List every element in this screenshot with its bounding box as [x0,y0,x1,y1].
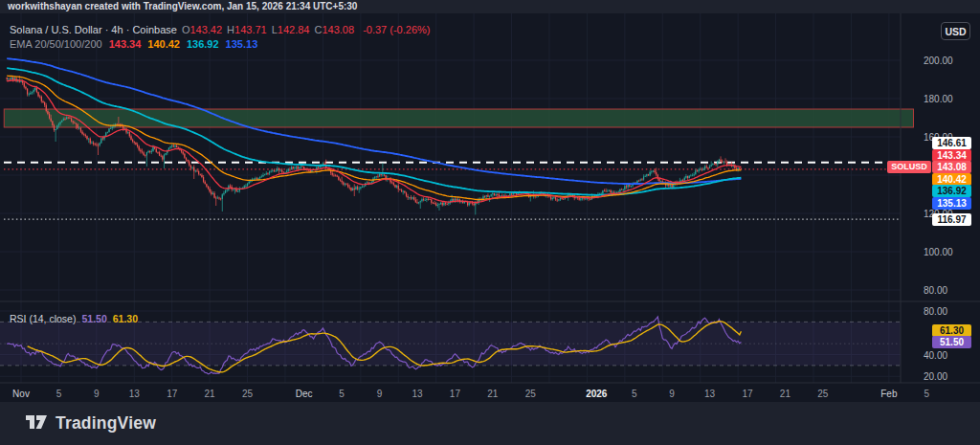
ema-value: 136.92 [187,38,219,50]
price-tick-label: 200.00 [903,56,976,66]
price-axis-label: 143.08 [932,161,971,173]
ohlc-val: 142.84 [278,24,310,35]
ohlc-key: H [227,24,234,35]
ohlc-val: 143.08 [322,24,354,35]
time-tick-label: 17 [726,387,768,402]
price-tick-label: 80.00 [903,285,976,296]
currency-toggle-button[interactable]: USD [941,22,970,40]
time-tick-label: 9 [359,387,401,402]
time-tick-label: 2026 [575,387,617,402]
rsi-label[interactable]: RSI (14, close) [10,313,76,324]
rsi-value: 51.50 [81,313,106,324]
footer-bar: TradingView [0,402,980,445]
price-axis-label: 116.97 [932,213,971,226]
price-tick-label: 180.00 [903,94,976,104]
time-tick-label: 17 [151,387,193,402]
change-value: -0.37 (-0.26%) [363,24,430,35]
time-tick-label: 9 [651,387,693,402]
time-tick-label: 21 [764,387,806,402]
snapshot-attribution-banner: workwithshayan created with TradingView.… [0,0,980,13]
time-tick-label: 13 [113,387,155,402]
chart-canvas[interactable] [0,13,980,402]
price-tick-label: 100.00 [903,247,976,257]
symbol-legend[interactable]: Solana / U.S. Dollar · 4h · CoinbaseO143… [10,24,430,35]
ema-value: 143.34 [109,38,142,50]
symbol-title[interactable]: Solana / U.S. Dollar · 4h · Coinbase [10,24,177,35]
price-axis-label: 146.61 [932,137,971,149]
time-tick-label: 21 [472,387,514,402]
time-tick-label: 25 [802,387,844,402]
time-tick-label: 9 [76,387,118,402]
price-axis-label: 143.34 [932,149,971,162]
time-tick-label: 5 [613,387,656,402]
price-axis-label: 140.42 [932,173,971,186]
time-tick-label: Dec [283,387,325,402]
time-tick-label: Nov [0,387,42,402]
time-tick-label: 17 [434,387,476,402]
time-tick-label: 5 [37,387,79,402]
time-tick-label: 13 [396,387,438,402]
rsi-ma-value: 61.30 [113,313,138,324]
time-tick-label: 25 [227,387,269,402]
time-tick-label: 13 [689,387,731,402]
time-tick-label: 5 [905,387,947,402]
tradingview-snapshot: workwithshayan created with TradingView.… [0,0,980,445]
rsi-legend[interactable]: RSI (14, close)51.5061.30 [10,313,138,324]
tradingview-logo-text[interactable]: TradingView [56,413,156,434]
price-axis-label: 135.13 [932,197,971,210]
time-tick-label: 5 [321,387,363,402]
ohlc-values: O143.42H143.71L142.84C143.08 [177,24,354,35]
price-axis-label: 51.50 [932,336,971,348]
rsi-tick-label: 40.00 [903,350,976,361]
ema-legend[interactable]: EMA 20/50/100/200143.34140.42136.92135.1… [10,38,257,50]
chart-area[interactable]: Solana / U.S. Dollar · 4h · CoinbaseO143… [0,13,980,402]
time-tick-label: 21 [189,387,231,402]
rsi-tick-label: 80.00 [903,306,976,317]
time-tick-label: Feb [868,387,910,402]
ema-value: 140.42 [147,38,180,50]
ema-value: 135.13 [226,38,258,50]
symbol-price-tag: SOLUSD [887,161,931,173]
ema-label[interactable]: EMA 20/50/100/200 [10,38,102,50]
ohlc-val: 143.71 [234,24,267,35]
time-tick-label: 25 [509,387,551,402]
ohlc-val: 143.42 [189,24,222,35]
rsi-tick-label: 20.00 [903,371,976,382]
ema50-line [7,76,741,199]
tradingview-logo-icon[interactable] [26,412,48,435]
price-axis-label: 136.92 [932,185,971,197]
ema-values: 143.34140.42136.92135.13 [102,38,258,50]
